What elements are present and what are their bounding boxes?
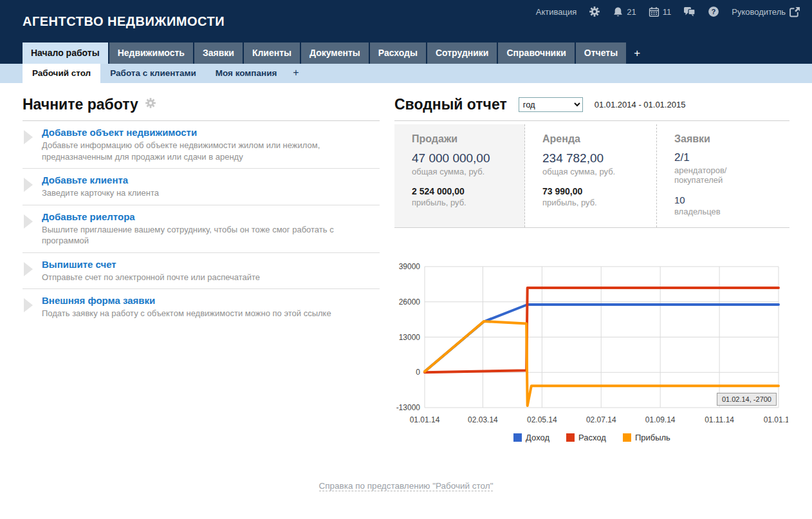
- stat-sales-profit: 2 524 000,00: [412, 186, 518, 196]
- legend-label: Доход: [526, 433, 549, 442]
- stat-sales-total-caption: общая сумма, руб.: [412, 167, 518, 176]
- stat-rent: Аренда 234 782,00 общая сумма, руб. 73 9…: [525, 124, 657, 227]
- x-tick-label: 01.01.14: [410, 415, 440, 424]
- external-form-description: Подать заявку на работу с объектом недви…: [42, 308, 354, 319]
- x-tick-label: 02.07.14: [586, 415, 616, 424]
- list-item-add-realtor: Добавьте риелтора Вышлите приглашение ва…: [23, 205, 380, 253]
- external-form-link[interactable]: Внешняя форма заявки: [42, 295, 155, 306]
- add-realtor-link[interactable]: Добавьте риелтора: [42, 211, 135, 222]
- notifications-button[interactable]: 21: [613, 6, 636, 17]
- user-role-label: Руководитель: [732, 7, 786, 17]
- legend-item: Доход: [513, 433, 549, 442]
- stat-sales: Продажи 47 000 000,00 общая сумма, руб. …: [394, 124, 525, 227]
- stat-sales-total: 47 000 000,00: [412, 151, 518, 165]
- y-tick-label: 13000: [399, 333, 421, 342]
- subtab-client-work[interactable]: Работа с клиентами: [100, 64, 206, 83]
- stat-requests: Заявки 2/1 арендаторов/ покупателей 10 в…: [657, 124, 789, 227]
- app-title: АГЕНТСТВО НЕДВИЖИМОСТИ: [23, 14, 225, 29]
- stat-rent-total-caption: общая сумма, руб.: [542, 167, 650, 176]
- calendar-button[interactable]: 11: [649, 6, 672, 17]
- arrow-right-icon: [24, 214, 33, 229]
- issue-invoice-description: Отправьте счет по электронной почте или …: [42, 272, 354, 283]
- calendar-icon: [649, 6, 660, 17]
- x-tick-label: 01.01.15: [764, 415, 788, 424]
- summary-stats: Продажи 47 000 000,00 общая сумма, руб. …: [394, 124, 789, 228]
- stat-requests-count-caption: арендаторов/ покупателей: [674, 165, 783, 185]
- summary-title: Сводный отчет: [394, 96, 507, 113]
- legend-swatch-icon: [566, 433, 575, 442]
- summary-chart: -13000013000260003900001.01.1402.03.1402…: [394, 259, 789, 442]
- x-tick-label: 01.11.14: [705, 415, 734, 424]
- legend-swatch-icon: [513, 433, 522, 442]
- help-link[interactable]: Справка по представлению "Рабочий стол": [319, 481, 494, 491]
- logout-icon: [789, 6, 800, 17]
- arrow-right-icon: [24, 130, 33, 144]
- x-tick-label: 01.09.14: [645, 415, 676, 424]
- arrow-right-icon: [24, 262, 33, 276]
- help-icon[interactable]: ?: [708, 6, 719, 17]
- issue-invoice-link[interactable]: Выпишите счет: [42, 259, 116, 270]
- svg-text:?: ?: [712, 8, 716, 15]
- legend-item: Расход: [566, 433, 606, 442]
- list-item-add-property: Добавьте объект недвижимости Добавьте ин…: [23, 121, 380, 169]
- stat-requests-count: 2/1: [674, 151, 783, 164]
- activation-link[interactable]: Активация: [536, 7, 577, 17]
- tab-reports[interactable]: Отчеты: [576, 42, 626, 64]
- y-tick-label: 0: [416, 368, 420, 377]
- getting-started-title: Начните работу: [23, 96, 138, 113]
- list-item-add-client: Добавьте клиента Заведите карточку на кл…: [23, 169, 380, 205]
- tab-getting-started[interactable]: Начало работы: [23, 42, 108, 64]
- add-tab-button[interactable]: +: [627, 42, 647, 64]
- series-line: [425, 288, 779, 372]
- stat-owners-caption: владельцев: [674, 207, 783, 216]
- tab-employees[interactable]: Сотрудники: [427, 42, 497, 64]
- stat-requests-header: Заявки: [674, 133, 783, 145]
- series-line: [425, 305, 779, 372]
- date-range-label: 01.01.2014 - 01.01.2015: [595, 100, 686, 109]
- stat-rent-profit: 73 990,00: [542, 186, 650, 196]
- tab-documents[interactable]: Документы: [301, 42, 369, 64]
- calendar-count: 11: [663, 7, 672, 17]
- arrow-right-icon: [24, 298, 33, 312]
- stat-rent-header: Аренда: [542, 133, 650, 145]
- subtab-desktop[interactable]: Рабочий стол: [23, 64, 100, 83]
- legend-swatch-icon: [623, 433, 631, 442]
- main-content: Начните работу Добавьте объект недвижимо…: [0, 83, 812, 442]
- list-item-external-form: Внешняя форма заявки Подать заявку на ра…: [23, 289, 380, 325]
- subtab-my-company[interactable]: Моя компания: [206, 64, 287, 83]
- add-subtab-button[interactable]: +: [286, 64, 305, 83]
- user-menu[interactable]: Руководитель: [732, 6, 800, 17]
- messages-icon[interactable]: [683, 6, 696, 17]
- notifications-count: 21: [627, 7, 636, 17]
- tab-expenses[interactable]: Расходы: [370, 42, 426, 64]
- sub-tab-bar: Рабочий стол Работа с клиентами Моя комп…: [0, 64, 812, 83]
- tab-real-estate[interactable]: Недвижимость: [109, 42, 193, 64]
- app-header: АГЕНТСТВО НЕДВИЖИМОСТИ Активация: [0, 0, 812, 64]
- stat-sales-profit-caption: прибыль, руб.: [412, 198, 518, 207]
- main-tab-bar: Начало работы Недвижимость Заявки Клиент…: [23, 42, 647, 64]
- x-tick-label: 02.05.14: [527, 415, 557, 424]
- y-tick-label: 39000: [399, 262, 421, 271]
- bell-icon: [613, 6, 623, 17]
- list-item-issue-invoice: Выпишите счет Отправьте счет по электрон…: [23, 253, 380, 290]
- stat-rent-profit-caption: прибыль, руб.: [542, 198, 650, 207]
- add-property-link[interactable]: Добавьте объект недвижимости: [42, 127, 197, 138]
- add-client-link[interactable]: Добавьте клиента: [42, 175, 128, 185]
- panel-settings-gear-icon[interactable]: [145, 97, 156, 111]
- x-tick-label: 02.03.14: [468, 415, 498, 424]
- getting-started-panel: Начните работу Добавьте объект недвижимо…: [23, 83, 380, 442]
- stat-owners-count: 10: [674, 194, 783, 205]
- add-property-description: Добавьте информацию об объекте недвижимо…: [42, 140, 354, 162]
- chart-tooltip: 01.02.14, -2700: [717, 393, 777, 406]
- period-select[interactable]: год: [519, 97, 583, 112]
- legend-item: Прибыль: [623, 433, 670, 442]
- tab-directories[interactable]: Справочники: [498, 42, 574, 64]
- tab-requests[interactable]: Заявки: [194, 42, 243, 64]
- settings-gear-icon[interactable]: [589, 6, 600, 17]
- add-client-description: Заведите карточку на клиента: [42, 187, 354, 199]
- topbar-actions: Активация 21: [536, 6, 800, 17]
- tab-clients[interactable]: Клиенты: [244, 42, 300, 64]
- legend-label: Расход: [578, 433, 606, 442]
- stat-sales-header: Продажи: [412, 133, 518, 145]
- legend-label: Прибыль: [635, 433, 670, 442]
